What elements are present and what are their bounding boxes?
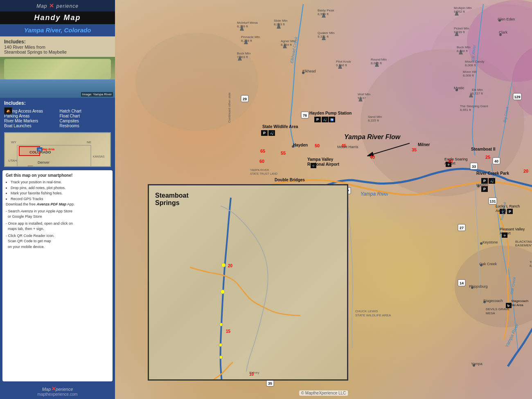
- svg-text:60: 60: [259, 159, 264, 164]
- svg-text:STATE TRUST LAND: STATE TRUST LAND: [250, 172, 277, 175]
- svg-text:40: 40: [370, 155, 375, 160]
- svg-text:Airport: Airport: [500, 231, 511, 235]
- svg-text:Oak Creek: Oak Creek: [479, 262, 497, 266]
- feature-parking: Parking Areas: [4, 114, 56, 118]
- app-title: Get this map on your smartphone!: [6, 173, 109, 178]
- feature-miles: River Mile Markers: [4, 119, 56, 123]
- svg-text:🚻: 🚻: [330, 118, 334, 122]
- map-area: Yampa River Yampa River Flow Continued o…: [115, 0, 532, 399]
- svg-text:Hayden: Hayden: [293, 143, 308, 147]
- svg-text:20: 20: [228, 264, 233, 268]
- svg-point-360: [221, 290, 225, 294]
- svg-text:River Creek Park: River Creek Park: [476, 171, 509, 176]
- svg-text:Pleasant Valley: Pleasant Valley: [500, 227, 525, 231]
- svg-text:Wolf Mtn: Wolf Mtn: [358, 92, 370, 96]
- svg-text:129: 129: [514, 95, 520, 99]
- feature-hatch: Hatch Chart: [60, 109, 111, 113]
- svg-text:Springs: Springs: [155, 199, 180, 206]
- camping-icon: ⛺: [4, 107, 12, 114]
- svg-text:Pinnacle Mtn: Pinnacle Mtn: [241, 35, 260, 39]
- svg-text:Milner: Milner: [418, 142, 430, 147]
- mini-map-svg: WY NE UTAH Denver Colorado Springs COLOR…: [5, 133, 110, 166]
- svg-text:Ski Area: Ski Area: [511, 303, 523, 307]
- svg-text:9,052 ft: 9,052 ft: [454, 10, 465, 14]
- svg-text:8,665 ft: 8,665 ft: [371, 61, 382, 65]
- svg-text:35: 35: [412, 147, 417, 152]
- svg-point-362: [219, 343, 222, 347]
- svg-text:25: 25: [485, 155, 490, 160]
- svg-text:8,008 ft: 8,008 ft: [463, 74, 474, 77]
- svg-text:UTAH: UTAH: [8, 159, 17, 162]
- svg-text:8,225 ft: 8,225 ft: [368, 119, 379, 122]
- svg-text:Quaker Mtn: Quaker Mtn: [318, 31, 335, 35]
- map-subtitle: Yampa River, Colorado: [24, 27, 91, 34]
- svg-point-361: [219, 323, 223, 326]
- svg-text:Haybro: Haybro: [476, 183, 488, 187]
- svg-text:8,008 ft: 8,008 ft: [465, 63, 476, 67]
- svg-rect-14: [19, 147, 40, 156]
- svg-text:NE: NE: [87, 140, 91, 144]
- svg-text:P: P: [263, 131, 266, 135]
- svg-text:EASEMENT AREA: EASEMENT AREA: [515, 243, 532, 247]
- svg-text:8,284 ft: 8,284 ft: [281, 43, 292, 47]
- svg-text:MESA: MESA: [486, 311, 495, 315]
- svg-text:8,983 ft: 8,983 ft: [530, 264, 532, 268]
- svg-text:CHUCK LEWIS: CHUCK LEWIS: [355, 309, 378, 313]
- svg-text:Baldy Peak: Baldy Peak: [318, 9, 334, 12]
- svg-text:20: 20: [523, 169, 528, 174]
- app-search: - Search Avenza in your Apple App Store …: [6, 209, 109, 220]
- feature-float: Float Chart: [60, 114, 111, 118]
- svg-text:7,903 ft: 7,903 ft: [237, 55, 248, 59]
- svg-rect-10: [27, 166, 33, 166]
- svg-text:P: P: [316, 117, 319, 122]
- svg-text:8,999 ft: 8,999 ft: [318, 12, 329, 16]
- svg-text:KANSAS: KANSAS: [93, 155, 105, 158]
- svg-text:35: 35: [268, 381, 272, 385]
- sidebar-footer: Map✕perience mapthexperience.com: [0, 383, 115, 399]
- svg-text:Airport: Airport: [444, 161, 455, 165]
- svg-text:Steamboat: Steamboat: [155, 192, 189, 199]
- svg-text:Slide Mtn: Slide Mtn: [274, 19, 287, 23]
- handy-map-title: Handy Map: [34, 14, 81, 22]
- svg-text:BLACKTAIL CONSERVATION: BLACKTAIL CONSERVATION: [515, 240, 532, 243]
- svg-text:76: 76: [38, 149, 41, 151]
- svg-text:State Wildlife Area: State Wildlife Area: [262, 124, 298, 129]
- svg-text:Regional Airport: Regional Airport: [307, 162, 340, 167]
- sidebar: Map ✕ perience Handy Map Yampa River, Co…: [0, 0, 115, 399]
- svg-text:McInturf Mesa: McInturf Mesa: [237, 21, 258, 25]
- app-install: - Once app is installed, open and click …: [6, 221, 109, 232]
- svg-text:Sand Mtn: Sand Mtn: [368, 115, 382, 119]
- svg-text:9,199 ft: 9,199 ft: [454, 30, 465, 34]
- svg-text:Hayden Pump Station: Hayden Pump Station: [309, 111, 352, 115]
- svg-text:Moon Hill: Moon Hill: [463, 70, 477, 74]
- svg-text:🎣: 🎣: [323, 117, 327, 122]
- svg-text:McAlpin Mtn: McAlpin Mtn: [454, 6, 472, 10]
- feature-restrooms: Restrooms: [60, 124, 111, 128]
- svg-text:STATE WILDLIFE AREA: STATE WILDLIFE AREA: [355, 313, 391, 317]
- app-bullet-2: Drop pins, add notes, plot photos.: [11, 185, 109, 191]
- app-qr: - Click QR Code Reader Icon. Scan QR Cod…: [6, 233, 109, 250]
- svg-point-21: [455, 246, 532, 327]
- svg-text:9,331 ft: 9,331 ft: [318, 35, 329, 38]
- svg-text:14: 14: [460, 281, 464, 285]
- svg-text:8,848 ft: 8,848 ft: [457, 49, 468, 53]
- svg-text:Double Bridges: Double Bridges: [275, 178, 305, 182]
- includes-label: Includes:: [4, 39, 111, 45]
- svg-text:Phippsburg: Phippsburg: [469, 284, 488, 289]
- svg-point-363: [219, 356, 223, 359]
- svg-text:Yampa Valley: Yampa Valley: [307, 157, 334, 162]
- subtitle-bar: Yampa River, Colorado: [0, 24, 115, 36]
- svg-text:15: 15: [226, 329, 231, 334]
- svg-text:Thorpe Mtn: Thorpe Mtn: [530, 260, 532, 264]
- svg-text:8,651 ft: 8,651 ft: [460, 108, 471, 112]
- app-download: Download the free Avenza PDF Map App.: [6, 202, 109, 207]
- svg-text:131: 131: [489, 199, 496, 203]
- svg-text:Round Mtn: Round Mtn: [371, 58, 387, 61]
- features-section: Includes: 🎣 P ⚓ 🚻 🍽 ⛺ Fishing Access Are…: [0, 98, 115, 131]
- svg-text:Picket Mtn: Picket Mtn: [454, 27, 469, 30]
- mini-map: WY NE UTAH Denver Colorado Springs COLOR…: [4, 132, 111, 167]
- app-bullet-4: Record GPS Tracks: [11, 196, 109, 202]
- svg-text:Eagle Soaring: Eagle Soaring: [444, 157, 468, 161]
- svg-point-18: [135, 33, 258, 131]
- app-section: Get this map on your smartphone! Track y…: [2, 170, 113, 381]
